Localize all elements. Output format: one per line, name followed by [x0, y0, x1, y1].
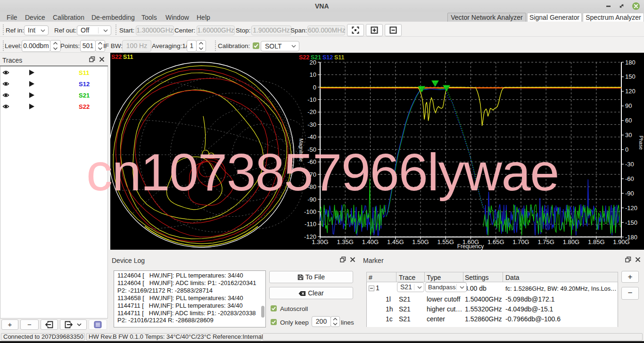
svg-text:1.70G: 1.70G [512, 238, 529, 245]
svg-text:90: 90 [625, 102, 632, 109]
svg-text:-150: -150 [625, 219, 637, 226]
svg-text:1.55G: 1.55G [437, 238, 454, 245]
svg-text:60: 60 [625, 117, 632, 124]
svg-text:Frequency: Frequency [457, 243, 484, 250]
svg-text:30: 30 [625, 131, 632, 139]
svg-text:1.80G: 1.80G [563, 238, 579, 245]
svg-text:10: 10 [310, 71, 316, 78]
svg-text:-90: -90 [625, 190, 634, 197]
svg-text:S11: S11 [334, 54, 345, 61]
svg-text:120: 120 [625, 88, 636, 95]
svg-text:0: 0 [625, 146, 628, 153]
svg-text:S21: S21 [311, 54, 321, 61]
svg-text:1h: 1h [445, 86, 449, 90]
svg-text:-60: -60 [625, 175, 634, 182]
svg-text:S11: S11 [123, 54, 133, 60]
svg-text:S12: S12 [79, 81, 90, 88]
svg-text:-20: -20 [307, 108, 316, 115]
svg-text:1.65G: 1.65G [487, 238, 504, 245]
svg-text:180: 180 [625, 59, 636, 66]
svg-text:S22: S22 [111, 54, 122, 60]
svg-text:150: 150 [625, 73, 636, 80]
svg-text:1.40G: 1.40G [362, 238, 379, 245]
svg-text:S22: S22 [79, 103, 90, 110]
svg-text:S21: S21 [79, 92, 90, 99]
svg-text:1c: 1c [434, 82, 438, 85]
svg-text:-10: -10 [307, 96, 316, 103]
svg-text:Phase: Phase [638, 136, 644, 150]
svg-text:-120: -120 [625, 204, 637, 212]
svg-text:1.45G: 1.45G [387, 238, 404, 245]
svg-text:-180: -180 [625, 234, 637, 241]
svg-text:1.30G: 1.30G [312, 238, 328, 245]
svg-text:1.35G: 1.35G [337, 238, 353, 245]
svg-text:S22: S22 [299, 54, 309, 61]
svg-text:0: 0 [313, 84, 316, 91]
svg-text:1l: 1l [421, 87, 424, 90]
svg-text:-40: -40 [307, 133, 316, 140]
svg-text:S12: S12 [322, 54, 333, 61]
svg-text:-30: -30 [307, 121, 316, 128]
svg-text:-30: -30 [625, 161, 634, 168]
svg-text:S11: S11 [79, 69, 89, 76]
svg-text:-100: -100 [304, 208, 316, 215]
svg-text:1.85G: 1.85G [588, 238, 604, 245]
svg-text:-110: -110 [305, 220, 316, 228]
svg-text:1.50G: 1.50G [412, 238, 429, 245]
svg-text:1.75G: 1.75G [537, 238, 554, 245]
